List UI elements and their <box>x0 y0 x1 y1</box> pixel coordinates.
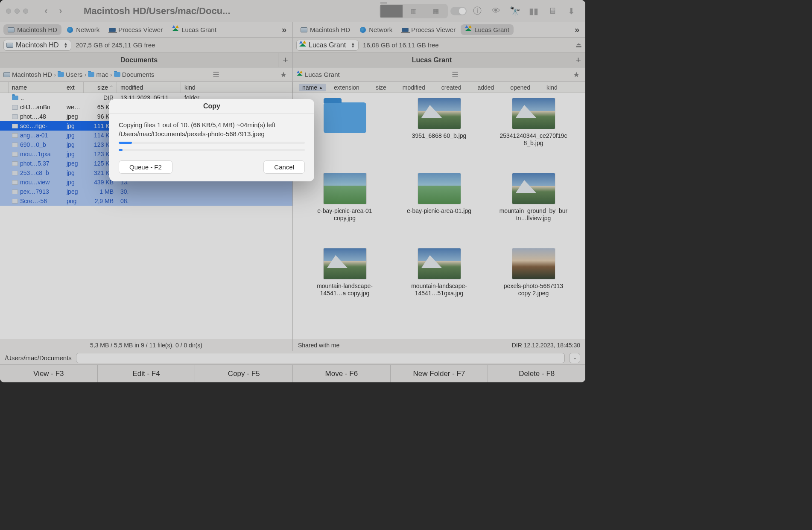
grid-label: mountain-landscape-14541…51gxa.jpg <box>405 282 473 297</box>
col-size[interactable]: size <box>372 84 390 91</box>
folder-name: Documents <box>0 56 278 64</box>
drive-name: Lucas Grant <box>309 41 346 49</box>
nav-forward-button[interactable]: › <box>55 5 67 17</box>
cancel-button[interactable]: Cancel <box>263 160 305 174</box>
col-size[interactable]: size⌃ <box>84 82 117 93</box>
left-column-headers[interactable]: name ext size⌃ modified kind <box>0 82 292 93</box>
col-added[interactable]: added <box>474 84 497 91</box>
breadcrumb-item[interactable]: Lucas Grant <box>296 71 340 78</box>
hd-icon <box>3 72 10 77</box>
col-extension[interactable]: extension <box>330 84 363 91</box>
grid-item[interactable]: e-bay-picnic-area-01.jpg <box>394 173 484 246</box>
func-edit[interactable]: Edit - F4 <box>98 365 196 382</box>
right-column-headers[interactable]: name▲extensionsizemodifiedcreatedaddedop… <box>293 82 585 93</box>
tabs-overflow-icon[interactable]: » <box>279 25 289 35</box>
breadcrumb-item[interactable]: Users <box>58 71 82 78</box>
tab-process-viewer[interactable]: Process Viewer <box>105 24 167 35</box>
tab-network[interactable]: Network <box>62 24 104 35</box>
tab-network[interactable]: Network <box>355 24 397 35</box>
drive-name: Macintosh HD <box>16 41 58 49</box>
left-tabs: Macintosh HDNetworkProcess ViewerLucas G… <box>0 22 292 38</box>
tab-lucas-grant[interactable]: Lucas Grant <box>461 24 514 35</box>
current-path: /Users/mac/Documents <box>5 354 72 361</box>
breadcrumb-item[interactable]: Macintosh HD <box>3 71 52 78</box>
file-row[interactable]: Scre…-56png2,9 MB08. <box>0 196 292 206</box>
col-ext[interactable]: ext <box>63 82 84 93</box>
breadcrumb-item[interactable]: mac <box>88 71 108 78</box>
tabs-overflow-icon[interactable]: » <box>572 25 582 35</box>
display-icon[interactable]: 🖥 <box>544 6 561 16</box>
grid-item[interactable]: e-bay-picnic-area-01 copy.jpg <box>300 173 390 246</box>
tab-process-viewer[interactable]: Process Viewer <box>397 24 460 35</box>
zoom-icon[interactable] <box>23 9 28 14</box>
right-drive-select[interactable]: Lucas Grant ▲▼ <box>296 40 359 51</box>
func-delete[interactable]: Delete - F8 <box>488 365 585 382</box>
toggle-switch[interactable] <box>450 7 467 15</box>
grid-item[interactable]: mountain-landscape-14541…51gxa.jpg <box>394 248 484 321</box>
info-icon[interactable]: ⓘ <box>469 5 485 17</box>
folder-icon <box>88 72 94 77</box>
grid-label: mountain_ground_by_burtn…llview.jpg <box>499 207 568 222</box>
file-icon <box>12 189 18 194</box>
left-folder-header: Documents + <box>0 53 292 67</box>
favorite-icon[interactable]: ★ <box>278 70 289 79</box>
new-tab-button[interactable]: + <box>278 53 292 67</box>
sync-icon[interactable]: ▮▮ <box>526 6 542 16</box>
func-new[interactable]: New Folder - F7 <box>391 365 488 382</box>
eye-icon[interactable]: 👁 <box>488 6 504 16</box>
list-view-icon[interactable] <box>380 5 403 17</box>
grid-item[interactable]: pexels-photo-5687913 copy 2.jpeg <box>488 248 578 321</box>
binoculars-icon[interactable]: 🔭 <box>507 6 523 16</box>
col-name[interactable]: name▲ <box>299 84 326 91</box>
left-status-bar: 5,3 MB / 5,5 MB in 9 / 11 file(s). 0 / 0… <box>0 339 292 351</box>
col-kind[interactable]: kind <box>181 82 292 93</box>
func-move[interactable]: Move - F6 <box>293 365 391 382</box>
gdrive-icon <box>299 44 306 47</box>
favorite-icon[interactable]: ★ <box>571 70 582 79</box>
grid-item[interactable]: 25341240344_ce270f19c8_b.jpg <box>488 98 578 171</box>
tab-macintosh-hd[interactable]: Macintosh HD <box>3 24 61 35</box>
left-drive-select[interactable]: Macintosh HD ▲▼ <box>3 40 71 51</box>
command-input[interactable] <box>76 353 565 363</box>
globe-icon <box>67 26 73 33</box>
hd-icon <box>6 43 13 48</box>
download-icon[interactable]: ⬇ <box>563 6 579 16</box>
folder-icon <box>114 72 120 77</box>
progress-file <box>119 142 305 144</box>
breadcrumb-separator: › <box>84 71 86 78</box>
breadcrumb-item[interactable]: Documents <box>114 71 155 78</box>
right-icon-grid[interactable]: 3951_6868 60_b.jpg25341240344_ce270f19c8… <box>293 93 585 339</box>
thumbnail <box>512 98 555 129</box>
new-tab-button[interactable]: + <box>571 53 585 67</box>
command-history-button[interactable]: ⌄ <box>569 353 580 363</box>
nav-back-button[interactable]: ‹ <box>40 5 52 17</box>
close-icon[interactable] <box>6 9 11 14</box>
col-modified[interactable]: modified <box>117 82 181 93</box>
func-copy[interactable]: Copy - F5 <box>195 365 293 382</box>
right-breadcrumb: Lucas Grant☰ ★ <box>293 67 585 82</box>
hd-icon <box>301 26 307 33</box>
view-mode-segment[interactable]: ▥ ▦ <box>380 4 448 18</box>
col-name[interactable]: name <box>9 82 63 93</box>
grid-view-icon[interactable]: ▦ <box>425 5 447 17</box>
file-row[interactable]: pex…7913jpeg1 MB30. <box>0 187 292 196</box>
eject-icon[interactable]: ⏏ <box>575 41 582 49</box>
column-view-icon[interactable]: ▥ <box>403 5 425 17</box>
list-toggle-icon[interactable]: ☰ <box>210 70 222 79</box>
tab-lucas-grant[interactable]: Lucas Grant <box>168 24 221 35</box>
file-icon <box>12 152 18 157</box>
col-opened[interactable]: opened <box>507 84 534 91</box>
grid-item[interactable]: mountain-landscape-14541…a copy.jpg <box>300 248 390 321</box>
func-view[interactable]: View - F3 <box>0 365 98 382</box>
free-space-label: 16,08 GB of 16,11 GB free <box>363 41 439 49</box>
minimize-icon[interactable] <box>15 9 20 14</box>
col-modified[interactable]: modified <box>399 84 429 91</box>
col-kind[interactable]: kind <box>543 84 561 91</box>
grid-item[interactable]: mountain_ground_by_burtn…llview.jpg <box>488 173 578 246</box>
list-toggle-icon[interactable]: ☰ <box>450 70 461 79</box>
col-created[interactable]: created <box>438 84 465 91</box>
grid-label: pexels-photo-5687913 copy 2.jpeg <box>499 282 568 297</box>
queue-button[interactable]: Queue - F2 <box>119 160 172 174</box>
tab-macintosh-hd[interactable]: Macintosh HD <box>296 24 354 35</box>
grid-item[interactable]: 3951_6868 60_b.jpg <box>394 98 484 171</box>
